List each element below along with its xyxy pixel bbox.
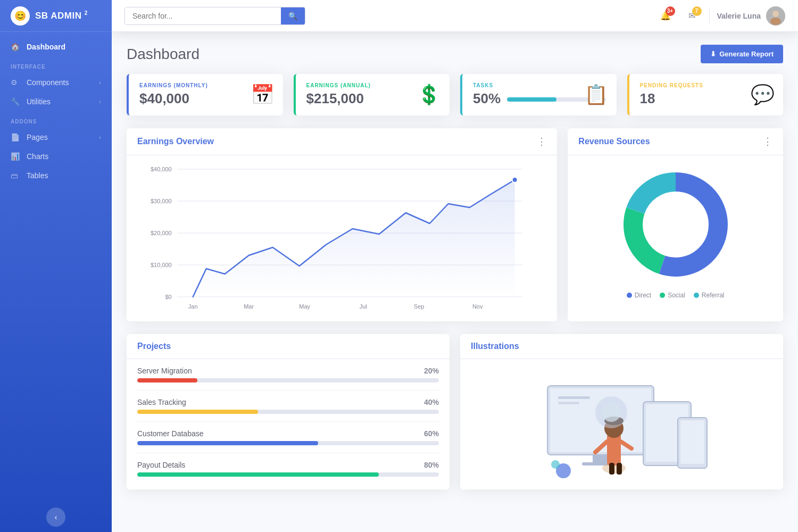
projects-title: Projects [137, 342, 439, 351]
notifications-badge: 3+ [666, 6, 675, 16]
sidebar-item-charts[interactable]: 📊 Charts [0, 147, 112, 166]
project-progress-bar [137, 472, 439, 477]
projects-body: Server Migration 20% Sales Tracking 40% [127, 359, 450, 489]
stat-icon-chat: 💬 [751, 84, 775, 106]
avatar [766, 6, 785, 26]
page-title: Dashboard [127, 46, 200, 63]
stat-icon-clipboard: 📋 [584, 84, 608, 106]
messages-badge: 7 [692, 6, 702, 16]
project-progress-bar [137, 410, 439, 414]
sidebar: 😊 SB ADMIN 2 🏠 Dashboard INTERFACE ⚙ Com… [0, 0, 112, 532]
user-info[interactable]: Valerie Luna [717, 6, 785, 26]
generate-report-button[interactable]: ⬇ Generate Report [701, 45, 783, 63]
sidebar-item-tables[interactable]: 🗃 Tables [0, 166, 112, 185]
sidebar-item-components[interactable]: ⚙ Components › [0, 73, 112, 92]
projects-header: Projects [127, 334, 450, 359]
chart-menu-icon[interactable]: ⋮ [763, 136, 772, 147]
project-progress-bar [137, 441, 439, 445]
main-area: 🔍 🔔 3+ ✉ 7 Valerie Luna [112, 0, 798, 532]
chart-title: Revenue Sources [578, 137, 650, 146]
earnings-chart-card: Earnings Overview ⋮ $40,000 [127, 128, 557, 321]
topbar-right: 🔔 3+ ✉ 7 Valerie Luna [656, 6, 785, 26]
table-row: Sales Tracking 40% [137, 390, 439, 422]
project-progress-fill [137, 410, 258, 414]
project-progress-fill [137, 472, 379, 477]
stat-icon-dollar: 💲 [417, 84, 441, 106]
svg-rect-40 [617, 463, 622, 475]
line-chart: $40,000 $30,000 $20,000 $10,000 $0 Jan M… [137, 164, 546, 313]
sidebar-nav: 🏠 Dashboard INTERFACE ⚙ Components › 🔧 U… [0, 32, 112, 502]
chart-menu-icon[interactable]: ⋮ [537, 136, 546, 147]
tasks-progress-fill [507, 97, 556, 102]
project-progress-fill [137, 441, 318, 445]
svg-point-1 [772, 11, 779, 17]
bottom-row: Projects Server Migration 20% [127, 334, 783, 489]
svg-text:Nov: Nov [472, 303, 483, 310]
search-button[interactable]: 🔍 [281, 7, 305, 24]
chart-header: Revenue Sources ⋮ [568, 128, 783, 155]
notifications-button[interactable]: 🔔 3+ [656, 6, 675, 26]
project-name: Payout Details [137, 461, 185, 469]
sidebar-item-pages[interactable]: 📄 Pages › [0, 128, 112, 147]
tables-icon: 🗃 [11, 171, 21, 180]
search-input[interactable] [125, 7, 281, 24]
legend-dot-direct [627, 293, 632, 298]
svg-text:Sep: Sep [414, 303, 425, 310]
chart-body: $40,000 $30,000 $20,000 $10,000 $0 Jan M… [127, 155, 557, 321]
content-area: Dashboard ⬇ Generate Report EARNINGS (MO… [112, 32, 798, 532]
legend-dot-referral [694, 293, 699, 298]
svg-text:$10,000: $10,000 [151, 262, 172, 268]
legend-dot-social [660, 293, 665, 298]
content-header: Dashboard ⬇ Generate Report [127, 45, 783, 63]
svg-rect-27 [593, 455, 609, 463]
legend-social: Social [660, 292, 685, 299]
download-icon: ⬇ [710, 50, 716, 58]
svg-rect-34 [607, 434, 621, 466]
messages-button[interactable]: ✉ 7 [683, 6, 702, 26]
stat-card-earnings-monthly: EARNINGS (MONTHLY) $40,000 📅 [127, 74, 283, 115]
svg-text:$30,000: $30,000 [151, 198, 172, 204]
svg-point-42 [551, 460, 560, 469]
brand[interactable]: 😊 SB ADMIN 2 [0, 0, 112, 32]
illustrations-card: Illustrations [460, 334, 783, 489]
brand-name: SB ADMIN 2 [35, 10, 88, 21]
stats-row: EARNINGS (MONTHLY) $40,000 📅 EARNINGS (A… [127, 74, 783, 115]
chevron-right-icon: › [99, 134, 101, 140]
illustrations-title: Illustrations [471, 342, 772, 351]
svg-text:$40,000: $40,000 [151, 166, 172, 172]
svg-rect-39 [609, 463, 614, 475]
svg-rect-44 [558, 402, 579, 404]
table-row: Server Migration 20% [137, 359, 439, 390]
sidebar-item-dashboard[interactable]: 🏠 Dashboard [0, 37, 112, 56]
projects-card: Projects Server Migration 20% [127, 334, 450, 489]
project-name: Customer Database [137, 429, 204, 438]
sidebar-collapse-button[interactable]: ‹ [46, 508, 65, 527]
chart-title: Earnings Overview [137, 137, 214, 146]
chart-header: Earnings Overview ⋮ [127, 128, 557, 155]
svg-point-20 [512, 177, 518, 182]
sidebar-item-utilities[interactable]: 🔧 Utilities › [0, 92, 112, 111]
project-pct: 60% [424, 429, 439, 438]
illustration-svg [516, 370, 728, 476]
chevron-right-icon: › [99, 98, 101, 105]
dashboard-icon: 🏠 [11, 43, 21, 51]
table-row: Customer Database 60% [137, 422, 439, 453]
svg-rect-43 [558, 396, 590, 399]
donut-chart-wrap: Direct Social Referral [568, 155, 783, 310]
components-icon: ⚙ [11, 78, 21, 87]
legend-referral: Referral [694, 292, 725, 299]
svg-point-2 [770, 18, 781, 25]
project-pct: 40% [424, 398, 439, 406]
stat-card-tasks: TASKS 50% 📋 [460, 74, 617, 115]
topbar-divider [709, 7, 710, 24]
sidebar-section-addons: ADDONS [0, 111, 112, 128]
table-row: Payout Details 80% [137, 453, 439, 484]
svg-text:$0: $0 [165, 294, 171, 300]
svg-text:Mar: Mar [244, 303, 254, 310]
svg-text:May: May [299, 303, 310, 310]
project-pct: 80% [424, 461, 439, 469]
user-name: Valerie Luna [717, 12, 761, 20]
charts-row: Earnings Overview ⋮ $40,000 [127, 128, 783, 321]
svg-point-24 [644, 193, 708, 256]
chevron-right-icon: › [99, 79, 101, 86]
